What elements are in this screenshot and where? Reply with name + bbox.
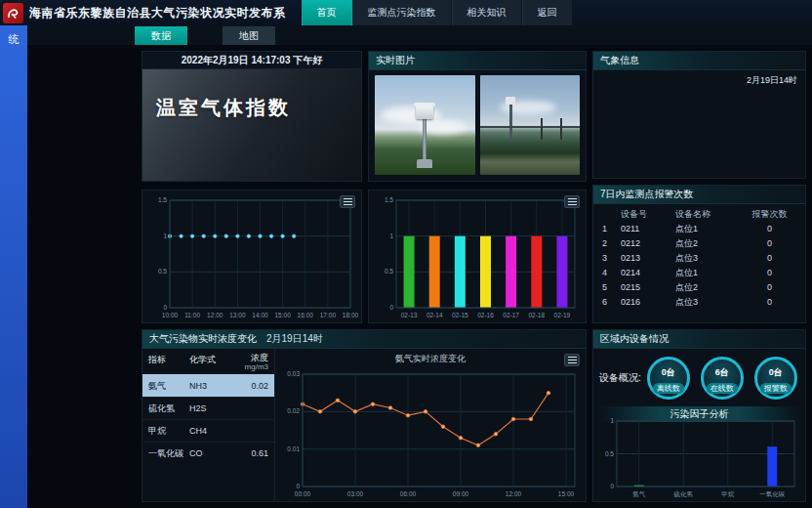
greenhouse-index-svg: 00.511.510:0011:0012:0013:0014:0015:0016… <box>144 192 359 320</box>
chart-menu-icon[interactable] <box>564 354 580 366</box>
alarm-row: 40214点位10 <box>599 266 799 280</box>
alarm-count: 0 <box>740 222 799 236</box>
alarm-device-name: 点位2 <box>675 236 740 251</box>
col-indicator: 指标 <box>148 354 189 366</box>
svg-text:02-17: 02-17 <box>503 312 519 318</box>
alarm-device-id: 0212 <box>621 236 675 251</box>
pollutant-name: 氨气 <box>148 380 189 393</box>
page-title: 温室气体指数 <box>156 95 361 121</box>
col-device-name: 设备名称 <box>675 207 740 222</box>
col-alarm-count: 报警次数 <box>740 207 799 222</box>
chart-menu-icon[interactable] <box>564 195 580 208</box>
svg-text:09:00: 09:00 <box>453 490 469 497</box>
station-photo-1 <box>375 75 475 175</box>
photo-row <box>369 70 586 180</box>
pollutants-panel: 大气污染物实时浓度变化 2月19日14时 指标 化学式 浓度mg/m3 氨气NH… <box>142 329 587 502</box>
weather-title: 气象信息 <box>600 54 639 67</box>
devices-title: 区域内设备情况 <box>600 332 669 346</box>
daily-index-svg: 00.511.502-1302-1402-1502-1602-1702-1802… <box>371 192 584 320</box>
monitor-pole <box>423 118 426 163</box>
svg-text:12:00: 12:00 <box>207 312 223 318</box>
nav-item-0[interactable]: 首页 <box>302 0 352 25</box>
device-stat-label: 在线数 <box>707 383 738 394</box>
alarm-device-name: 点位2 <box>675 280 740 295</box>
daily-index-panel: 00.511.502-1302-1402-1502-1602-1702-1802… <box>368 190 587 323</box>
svg-text:15:00: 15:00 <box>274 312 291 318</box>
pollution-factors-svg: 00.51氨气硫化氢甲烷一氧化碳 <box>595 413 803 499</box>
pollutant-formula: CH4 <box>189 426 234 436</box>
pollutant-formula: NH3 <box>189 381 234 391</box>
alarm-device-id: 0213 <box>621 251 675 266</box>
alarm-row-index: 4 <box>599 266 621 280</box>
alarm-device-name: 点位1 <box>675 222 740 236</box>
svg-text:02-14: 02-14 <box>426 312 443 318</box>
pollutant-value: 0.61 <box>234 448 268 458</box>
nav-item-1[interactable]: 监测点污染指数 <box>352 0 452 25</box>
svg-text:11:00: 11:00 <box>184 312 200 318</box>
pollutants-body: 指标 化学式 浓度mg/m3 氨气NH30.02硫化氢H2S甲烷CH4一氧化碳C… <box>142 349 586 501</box>
svg-text:02-19: 02-19 <box>554 312 571 318</box>
nav-item-2[interactable]: 相关知识 <box>452 0 522 25</box>
photos-panel: 实时图片 <box>368 51 587 182</box>
alarm-row: 20212点位20 <box>599 236 799 251</box>
photos-header: 实时图片 <box>369 52 586 70</box>
alarm-count: 0 <box>740 280 799 295</box>
pollutant-table: 指标 化学式 浓度mg/m3 氨气NH30.02硫化氢H2S甲烷CH4一氧化碳C… <box>142 349 275 501</box>
topbar: 海南省乐东黎族自治县大气污染状况实时发布系 首页监测点污染指数相关知识返回 <box>0 0 812 25</box>
alarm-device-id: 0216 <box>621 295 675 310</box>
pollutant-formula: CO <box>189 448 234 458</box>
monitor-device <box>416 106 433 119</box>
app-title: 海南省乐东黎族自治县大气污染状况实时发布系 <box>29 5 286 21</box>
monitor-base <box>417 159 432 168</box>
tab-0[interactable]: 数据 <box>135 26 187 45</box>
greeting-body: 温室气体指数 <box>142 69 361 181</box>
svg-text:0: 0 <box>296 483 300 489</box>
alarm-row: 10211点位10 <box>599 222 799 236</box>
greeting-panel: 2022年2月19日 14:17:03 下午好 温室气体指数 <box>142 51 362 182</box>
svg-text:02-15: 02-15 <box>452 312 468 318</box>
alarm-count: 0 <box>740 266 799 280</box>
pollutant-formula: H2S <box>189 403 234 413</box>
svg-text:0: 0 <box>389 304 393 311</box>
sidebar-label: 统 <box>0 32 27 47</box>
svg-text:15:00: 15:00 <box>558 490 575 497</box>
fence-post <box>560 118 562 140</box>
svg-text:1.5: 1.5 <box>385 196 393 203</box>
daily-index-chart: 00.511.502-1302-1402-1502-1602-1702-1802… <box>371 192 584 320</box>
alarm-device-id: 0211 <box>621 222 675 236</box>
pollutants-title: 大气污染物实时浓度变化 <box>149 332 257 346</box>
alarm-row: 50215点位20 <box>599 280 799 295</box>
greenhouse-trend-panel: 00.511.510:0011:0012:0013:0014:0015:0016… <box>142 190 362 323</box>
device-stat-circle: 0台离线数 <box>647 357 690 400</box>
pollutant-row[interactable]: 一氧化碳CO0.61 <box>142 442 274 464</box>
alarm-row-index: 2 <box>599 236 621 251</box>
alarm-device-name: 点位3 <box>675 251 740 266</box>
pollutant-row[interactable]: 硫化氢H2S <box>142 397 274 419</box>
alarm-row-index: 5 <box>599 280 621 295</box>
nav-item-3[interactable]: 返回 <box>522 0 573 25</box>
weather-timestamp: 2月19日14时 <box>747 74 797 87</box>
svg-text:1: 1 <box>163 233 167 239</box>
pollutant-name: 硫化氢 <box>148 402 189 415</box>
device-stat-label: 离线数 <box>653 383 684 394</box>
alarm-device-id: 0214 <box>621 266 675 280</box>
chart-menu-icon[interactable] <box>340 195 355 208</box>
main-nav: 首页监测点污染指数相关知识返回 <box>302 0 573 25</box>
logo-icon <box>3 3 23 23</box>
pollutant-row[interactable]: 氨气NH30.02 <box>142 374 274 397</box>
svg-text:02-16: 02-16 <box>477 312 494 318</box>
tab-1[interactable]: 地图 <box>223 26 275 45</box>
datetime-text: 2022年2月19日 14:17:03 下午好 <box>142 52 361 69</box>
svg-text:0.01: 0.01 <box>287 445 300 452</box>
svg-text:0.5: 0.5 <box>605 450 614 457</box>
svg-text:氨气: 氨气 <box>632 490 646 497</box>
svg-text:0.5: 0.5 <box>385 268 393 275</box>
svg-text:0.03: 0.03 <box>287 370 300 377</box>
pollutant-row[interactable]: 甲烷CH4 <box>142 419 274 442</box>
pollutants-timestamp: 2月19日14时 <box>266 332 323 346</box>
alarm-count: 0 <box>740 236 799 251</box>
sidebar: 统 <box>0 25 27 508</box>
alarm-table-header: 设备号 设备名称 报警次数 <box>599 207 799 222</box>
monitor-device-cap <box>414 103 435 106</box>
svg-text:02-18: 02-18 <box>528 312 545 318</box>
